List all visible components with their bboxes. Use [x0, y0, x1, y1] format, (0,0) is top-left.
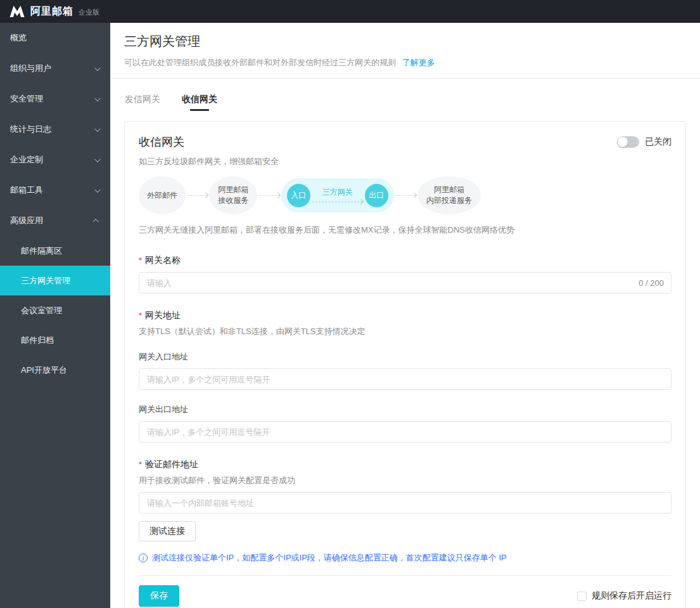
tab-outbound-gateway[interactable]: 发信网关 [125, 94, 160, 111]
sidebar-subitem-gateway-management[interactable]: 三方网关管理 [0, 266, 110, 295]
verify-email-note: 用于接收测试邮件，验证网关配置是否成功 [139, 475, 671, 486]
sidebar-subitem-label: 三方网关管理 [21, 275, 70, 287]
dashed-line [312, 202, 362, 202]
arrow-right-icon [358, 199, 363, 204]
page-title: 三方网关管理 [124, 33, 686, 50]
sidebar-item-label: 企业定制 [10, 154, 43, 165]
flow-node-internal-delivery: 阿里邮箱 内部投递服务 [417, 176, 481, 214]
tab-label: 发信网关 [125, 94, 160, 104]
run-after-save-label: 规则保存后开启运行 [592, 590, 671, 602]
gateway-name-input-wrap: 0 / 200 [139, 272, 671, 294]
sidebar-subitem-meeting-room[interactable]: 会议室管理 [0, 295, 110, 325]
outbound-address-group: 网关出口地址 [139, 404, 671, 443]
info-note-row: i 测试连接仅验证单个IP，如配置多个IP或IP段，请确保信息配置正确，首次配置… [139, 552, 671, 564]
outbound-address-label: 网关出口地址 [139, 404, 671, 415]
learn-more-link[interactable]: 了解更多 [402, 58, 435, 67]
brand-name: 阿里邮箱 [30, 5, 73, 18]
sidebar-item-org-users[interactable]: 组织与用户 [0, 53, 110, 84]
sidebar-item-stats-logs[interactable]: 统计与日志 [0, 114, 110, 145]
toggle-knob [618, 137, 628, 147]
flow-connector [258, 193, 279, 197]
toggle-status-label: 已关闭 [645, 136, 671, 148]
page-header: 三方网关管理 可以在此处管理组织成员接收外部邮件和对外部发信时经过三方网关的规则… [110, 23, 700, 79]
inbound-address-label: 网关入口地址 [139, 351, 671, 363]
flow-node-label: 接收服务 [218, 195, 248, 206]
verify-email-input-wrap [139, 492, 671, 514]
sidebar-item-advanced-apps[interactable]: 高级应用 [0, 205, 110, 236]
flow-connector [187, 193, 208, 197]
sidebar-subitem-label: 会议室管理 [21, 305, 62, 316]
info-note-text: 测试连接仅验证单个IP，如配置多个IP或IP段，请确保信息配置正确，首次配置建议… [152, 552, 507, 564]
field-gateway-name: 网关名称 0 / 200 [139, 255, 671, 294]
inbound-address-input-wrap [139, 368, 671, 390]
sidebar-item-label: 概览 [10, 32, 27, 44]
flow-description: 三方网关无缝接入阿里邮箱，部署在接收服务后面，无需修改MX记录，保持全球智能DN… [139, 224, 671, 236]
card-header: 收信网关 已关闭 [139, 134, 671, 150]
tab-label: 收信网关 [182, 94, 217, 104]
sidebar-item-label: 邮箱工具 [10, 184, 43, 196]
info-icon: i [139, 553, 148, 562]
run-after-save-group: 规则保存后开启运行 [577, 590, 671, 602]
alimail-logo-icon [9, 4, 25, 18]
tab-inbound-gateway[interactable]: 收信网关 [182, 94, 217, 111]
gateway-toggle[interactable] [617, 136, 639, 148]
sidebar-subitem-label: 邮件隔离区 [21, 245, 62, 257]
char-counter: 0 / 200 [639, 278, 664, 288]
page-subtitle-text: 可以在此处管理组织成员接收外部邮件和对外部发信时经过三方网关的规则 [124, 58, 396, 67]
run-after-save-checkbox[interactable] [577, 592, 587, 601]
sidebar-subitem-mail-quarantine[interactable]: 邮件隔离区 [0, 236, 110, 266]
gateway-address-note: 支持TLS（默认尝试）和非TLS连接，由网关TLS支持情况决定 [139, 326, 671, 337]
arrow-right-icon [275, 193, 280, 198]
gateway-label: 三方网关 [322, 187, 353, 198]
sidebar-item-label: 组织与用户 [10, 63, 51, 74]
sidebar-subitem-label: 邮件归档 [21, 335, 54, 346]
flow-node-label: 阿里邮箱 [434, 184, 464, 195]
page-subtitle: 可以在此处管理组织成员接收外部邮件和对外部发信时经过三方网关的规则 了解更多 [124, 57, 686, 68]
tab-bar: 发信网关 收信网关 [110, 94, 700, 111]
mail-flow-diagram: 外部邮件 阿里邮箱 接收服务 入口 三方网关 [139, 176, 481, 214]
gateway-address-label: 网关地址 [139, 310, 671, 321]
sidebar-item-label: 统计与日志 [10, 124, 51, 135]
card-title: 收信网关 [139, 134, 184, 150]
brand-edition: 企业版 [79, 8, 99, 17]
sidebar-item-label: 高级应用 [10, 215, 43, 226]
sidebar-item-security[interactable]: 安全管理 [0, 84, 110, 114]
field-verify-email: 验证邮件地址 用于接收测试邮件，验证网关配置是否成功 测试连接 [139, 459, 671, 541]
sidebar-item-label: 安全管理 [10, 93, 43, 105]
arrow-right-icon [203, 193, 208, 198]
outbound-address-input[interactable] [139, 421, 671, 443]
card-footer: 保存 规则保存后开启运行 [139, 575, 671, 607]
gateway-inlet-badge: 入口 [287, 184, 310, 207]
outbound-address-input-wrap [139, 421, 671, 443]
flow-node-label: 外部邮件 [147, 190, 177, 201]
sidebar-subitem-mail-archive[interactable]: 邮件归档 [0, 325, 110, 355]
save-button[interactable]: 保存 [139, 585, 179, 607]
verify-email-input[interactable] [139, 492, 671, 514]
gateway-form: 网关名称 0 / 200 网关地址 支持TLS（默认尝试）和非TLS连接，由网关… [139, 255, 671, 564]
chevron-down-icon [94, 95, 101, 101]
gateway-status-toggle-group: 已关闭 [617, 136, 671, 148]
sidebar-item-overview[interactable]: 概览 [0, 23, 110, 53]
field-gateway-address: 网关地址 支持TLS（默认尝试）和非TLS连接，由网关TLS支持情况决定 网关入… [139, 310, 671, 443]
test-connection-button[interactable]: 测试连接 [139, 521, 196, 541]
flow-node-external-mail: 外部邮件 [139, 176, 186, 214]
sidebar: 概览 组织与用户 安全管理 统计与日志 企业定制 邮箱工具 高级应用 邮件隔离区… [0, 23, 110, 608]
sidebar-item-mail-tools[interactable]: 邮箱工具 [0, 175, 110, 205]
main-content: 三方网关管理 可以在此处管理组织成员接收外部邮件和对外部发信时经过三方网关的规则… [110, 23, 700, 608]
flow-node-label: 阿里邮箱 [218, 184, 248, 195]
sidebar-item-enterprise-custom[interactable]: 企业定制 [0, 145, 110, 175]
inbound-address-group: 网关入口地址 [139, 351, 671, 390]
card-subtitle: 如三方反垃圾邮件网关，增强邮箱安全 [139, 156, 671, 167]
gateway-name-input[interactable] [139, 272, 671, 294]
gateway-name-label: 网关名称 [139, 255, 671, 266]
sidebar-subitem-api-platform[interactable]: API开放平台 [0, 355, 110, 385]
chevron-down-icon [94, 156, 101, 162]
flow-node-third-party-gateway: 入口 三方网关 出口 [281, 178, 394, 212]
top-bar: 阿里邮箱 企业版 [0, 0, 700, 23]
inbound-address-input[interactable] [139, 368, 671, 390]
flow-node-receive-service: 阿里邮箱 接收服务 [209, 176, 257, 214]
flow-connector [395, 193, 416, 197]
sidebar-subitem-label: API开放平台 [21, 365, 67, 376]
chevron-down-icon [94, 65, 101, 71]
arrow-right-icon [412, 193, 417, 198]
